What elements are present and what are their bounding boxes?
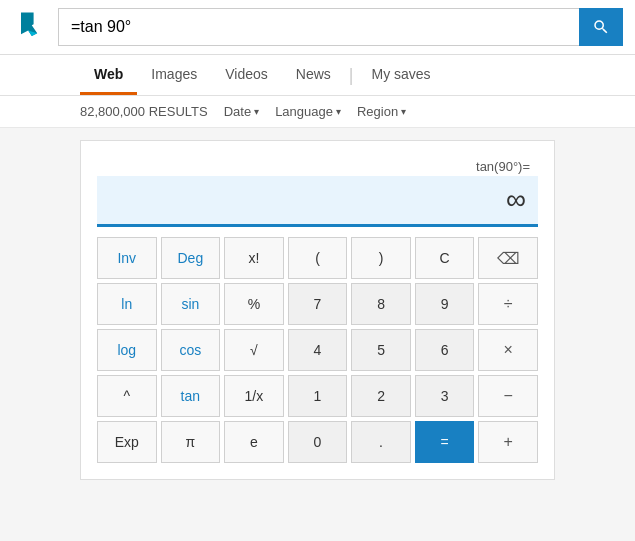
btn-exp[interactable]: Exp (97, 421, 157, 463)
results-bar: 82,800,000 RESULTS Date Language Region (0, 96, 635, 128)
btn-factorial[interactable]: x! (224, 237, 284, 279)
btn-deg[interactable]: Deg (161, 237, 221, 279)
btn-tan[interactable]: tan (161, 375, 221, 417)
btn-0[interactable]: 0 (288, 421, 348, 463)
nav: Web Images Videos News | My saves (0, 55, 635, 96)
btn-open-paren[interactable]: ( (288, 237, 348, 279)
btn-pi[interactable]: π (161, 421, 221, 463)
calc-grid: Inv Deg x! ( ) C ⌫ ln sin % 7 8 9 ÷ log … (97, 237, 538, 463)
btn-equals[interactable]: = (415, 421, 475, 463)
btn-sin[interactable]: sin (161, 283, 221, 325)
nav-item-videos[interactable]: Videos (211, 56, 282, 95)
nav-item-web[interactable]: Web (80, 56, 137, 95)
search-button[interactable] (579, 8, 623, 46)
btn-percent[interactable]: % (224, 283, 284, 325)
bing-logo (12, 9, 48, 45)
calc-expression: tan(90°)= (97, 157, 538, 176)
btn-clear[interactable]: C (415, 237, 475, 279)
nav-item-images[interactable]: Images (137, 56, 211, 95)
calc-display-wrapper: ∞ (97, 176, 538, 227)
btn-log[interactable]: log (97, 329, 157, 371)
btn-8[interactable]: 8 (351, 283, 411, 325)
btn-close-paren[interactable]: ) (351, 237, 411, 279)
language-filter[interactable]: Language (275, 104, 341, 119)
btn-e[interactable]: e (224, 421, 284, 463)
nav-item-mysaves[interactable]: My saves (358, 56, 445, 95)
nav-separator: | (345, 55, 358, 95)
calc-display: ∞ (97, 176, 538, 224)
btn-ln[interactable]: ln (97, 283, 157, 325)
btn-decimal[interactable]: . (351, 421, 411, 463)
nav-item-news[interactable]: News (282, 56, 345, 95)
btn-multiply[interactable]: × (478, 329, 538, 371)
btn-sqrt[interactable]: √ (224, 329, 284, 371)
btn-7[interactable]: 7 (288, 283, 348, 325)
btn-2[interactable]: 2 (351, 375, 411, 417)
region-filter[interactable]: Region (357, 104, 406, 119)
btn-1[interactable]: 1 (288, 375, 348, 417)
btn-backspace[interactable]: ⌫ (478, 237, 538, 279)
btn-4[interactable]: 4 (288, 329, 348, 371)
btn-6[interactable]: 6 (415, 329, 475, 371)
search-bar (58, 8, 623, 46)
btn-subtract[interactable]: − (478, 375, 538, 417)
btn-inv[interactable]: Inv (97, 237, 157, 279)
btn-divide[interactable]: ÷ (478, 283, 538, 325)
btn-cos[interactable]: cos (161, 329, 221, 371)
results-count: 82,800,000 RESULTS (80, 104, 208, 119)
main-content: tan(90°)= ∞ Inv Deg x! ( ) C ⌫ ln sin % … (0, 128, 635, 492)
btn-9[interactable]: 9 (415, 283, 475, 325)
btn-3[interactable]: 3 (415, 375, 475, 417)
calculator: tan(90°)= ∞ Inv Deg x! ( ) C ⌫ ln sin % … (80, 140, 555, 480)
search-input[interactable] (58, 8, 579, 46)
btn-power[interactable]: ^ (97, 375, 157, 417)
date-filter[interactable]: Date (224, 104, 259, 119)
btn-5[interactable]: 5 (351, 329, 411, 371)
header (0, 0, 635, 55)
btn-reciprocal[interactable]: 1/x (224, 375, 284, 417)
btn-add[interactable]: + (478, 421, 538, 463)
